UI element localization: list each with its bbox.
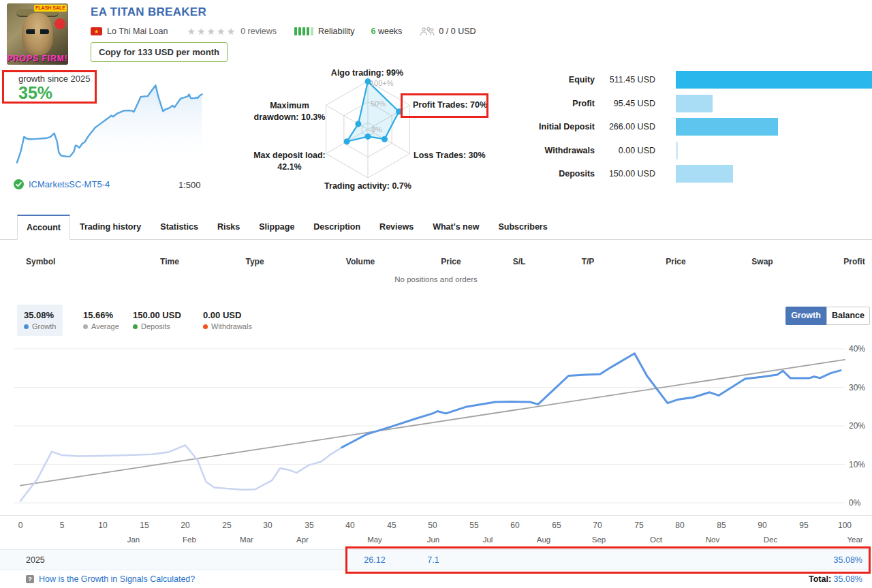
signal-age: 6 weeks bbox=[371, 27, 402, 36]
subscribers-funds: 0 / 0 USD bbox=[439, 27, 476, 36]
summary-label-growth: Growth bbox=[24, 322, 56, 330]
tab-what-s-new[interactable]: What's new bbox=[423, 215, 488, 239]
stat-value-withdrawals: 0.00 USD bbox=[600, 142, 655, 159]
growth-help-link[interactable]: ? How is the Growth in Signals Calculate… bbox=[26, 574, 195, 584]
x-tick-60: 60 bbox=[510, 521, 519, 530]
year-total-cell: 35.08% bbox=[834, 555, 862, 565]
growth-sparkline-chart bbox=[16, 80, 206, 168]
weeks-label: weeks bbox=[378, 27, 402, 36]
stat-bar-withdrawals bbox=[676, 142, 678, 159]
x-tick-80: 80 bbox=[675, 521, 684, 530]
x-tick-100: 100 bbox=[838, 521, 852, 530]
x-month-feb: Feb bbox=[183, 536, 196, 544]
x-tick-20: 20 bbox=[181, 521, 189, 530]
reviews-link[interactable]: 0 reviews bbox=[240, 27, 277, 36]
stat-bar-profit bbox=[676, 95, 713, 112]
stat-value-equity: 511.45 USD bbox=[600, 71, 655, 89]
x-tick-85: 85 bbox=[717, 521, 726, 530]
tab-trading-history[interactable]: Trading history bbox=[70, 215, 151, 239]
column-header-s-l-5: S/L bbox=[513, 257, 526, 266]
svg-text:20%: 20% bbox=[849, 421, 865, 431]
x-tick-15: 15 bbox=[140, 521, 149, 530]
leverage-value: 1:500 bbox=[178, 180, 201, 190]
info-icon: ? bbox=[26, 575, 34, 583]
avatar-caption: PROPS FIRM! bbox=[7, 54, 68, 63]
x-tick-5: 5 bbox=[60, 521, 65, 530]
x-tick-55: 55 bbox=[469, 521, 478, 530]
tab-description[interactable]: Description bbox=[304, 215, 370, 239]
x-month-mar: Mar bbox=[240, 536, 253, 544]
column-header-time-1: Time bbox=[160, 257, 179, 266]
summary-value-average: 15.66% bbox=[83, 310, 119, 320]
summary-average[interactable]: 15.66%Average bbox=[76, 305, 126, 336]
radar-label-trading-activity: Trading activity: 0.7% bbox=[300, 181, 436, 192]
signal-avatar[interactable]: FLASH SALE PROPS FIRM! bbox=[7, 3, 68, 65]
stat-label-deposits: Deposits bbox=[472, 165, 595, 183]
yearly-growth-row[interactable]: 2025 26.12 7.1 35.08% bbox=[0, 549, 872, 570]
column-header-symbol-0: Symbol bbox=[26, 257, 55, 266]
avatar-eyes bbox=[26, 29, 49, 34]
tab-slippage[interactable]: Slippage bbox=[249, 215, 304, 239]
radar-label-maximum-drawdown: Maximum drawdown: 10.3% bbox=[249, 100, 330, 123]
stat-label-profit: Profit bbox=[472, 95, 595, 112]
svg-text:0%: 0% bbox=[849, 498, 861, 508]
growth-toggle-button[interactable]: Growth bbox=[785, 307, 826, 325]
balance-toggle-button[interactable]: Balance bbox=[826, 307, 870, 325]
copy-signal-button[interactable]: Copy for 133 USD per month bbox=[91, 42, 228, 62]
stat-value-profit: 95.45 USD bbox=[600, 95, 655, 112]
x-month-oct: Oct bbox=[650, 536, 662, 544]
x-month-nov: Nov bbox=[706, 536, 719, 544]
x-month-apr: Apr bbox=[296, 536, 309, 544]
rating-stars-icon[interactable]: ★★★★★ bbox=[187, 26, 236, 37]
summary-withdrawals[interactable]: 0.00 USDWithdrawals bbox=[196, 305, 259, 336]
svg-text:30%: 30% bbox=[849, 383, 865, 392]
column-header-swap-8: Swap bbox=[751, 257, 773, 266]
column-header-type-2: Type bbox=[245, 257, 264, 266]
sale-sticker-icon bbox=[54, 18, 65, 29]
chart-axis-divider bbox=[0, 515, 872, 516]
x-month-year: Year bbox=[847, 536, 862, 544]
summary-deposits[interactable]: 150.00 USDDeposits bbox=[126, 305, 188, 336]
tab-account[interactable]: Account bbox=[17, 215, 70, 240]
author-link[interactable]: Lo Thi Mai Loan bbox=[107, 27, 168, 36]
column-header-t-p-6: T/P bbox=[582, 257, 595, 266]
x-tick-35: 35 bbox=[305, 521, 313, 530]
x-tick-50: 50 bbox=[428, 521, 437, 530]
empty-table-message: No positions and orders bbox=[0, 275, 872, 283]
stat-bar-initial-deposit bbox=[676, 118, 778, 136]
x-month-may: May bbox=[367, 536, 382, 544]
positions-table-header: SymbolTimeTypeVolumePriceS/LT/PPriceSwap… bbox=[0, 257, 872, 268]
x-tick-10: 10 bbox=[98, 521, 107, 530]
column-header-volume-3: Volume bbox=[346, 257, 375, 266]
legend-dot-growth bbox=[24, 324, 29, 329]
legend-dot-deposits bbox=[133, 324, 138, 329]
tab-reviews[interactable]: Reviews bbox=[370, 215, 423, 239]
x-tick-90: 90 bbox=[758, 521, 766, 530]
broker-link[interactable]: ICMarketsSC-MT5-4 bbox=[29, 179, 110, 189]
svg-text:0%: 0% bbox=[371, 125, 382, 134]
total-growth: Total: 35.08% bbox=[809, 574, 862, 584]
stat-label-initial-deposit: Initial Deposit bbox=[472, 118, 595, 136]
x-month-sep: Sep bbox=[592, 536, 606, 544]
x-month-jul: Jul bbox=[483, 536, 493, 544]
column-header-price-7: Price bbox=[666, 257, 685, 266]
reliability-meter-icon bbox=[294, 27, 313, 35]
legend-dot-withdrawals bbox=[203, 324, 208, 329]
stat-label-equity: Equity bbox=[472, 71, 595, 89]
x-tick-30: 30 bbox=[263, 521, 272, 530]
summary-label-deposits: Deposits bbox=[133, 322, 181, 330]
radar-label-maximum-drawdown-line2: drawdown: 10.3% bbox=[249, 112, 330, 123]
x-tick-75: 75 bbox=[634, 521, 643, 530]
radar-label-max-deposit-load-line2: 42.1% bbox=[249, 161, 330, 173]
tab-subscribers[interactable]: Subscribers bbox=[488, 215, 557, 239]
tab-risks[interactable]: Risks bbox=[208, 215, 249, 239]
may-growth-cell: 26.12 bbox=[364, 555, 385, 565]
summary-growth[interactable]: 35.08%Growth bbox=[17, 305, 63, 336]
x-tick-65: 65 bbox=[552, 521, 561, 530]
summary-value-growth: 35.08% bbox=[24, 310, 56, 320]
total-label: Total: bbox=[809, 574, 831, 584]
page-title: EA TITAN BREAKER bbox=[91, 5, 206, 19]
growth-line-chart[interactable]: 0%10%20%30%40% bbox=[0, 341, 872, 511]
x-tick-0: 0 bbox=[18, 521, 23, 530]
tab-statistics[interactable]: Statistics bbox=[151, 215, 208, 239]
